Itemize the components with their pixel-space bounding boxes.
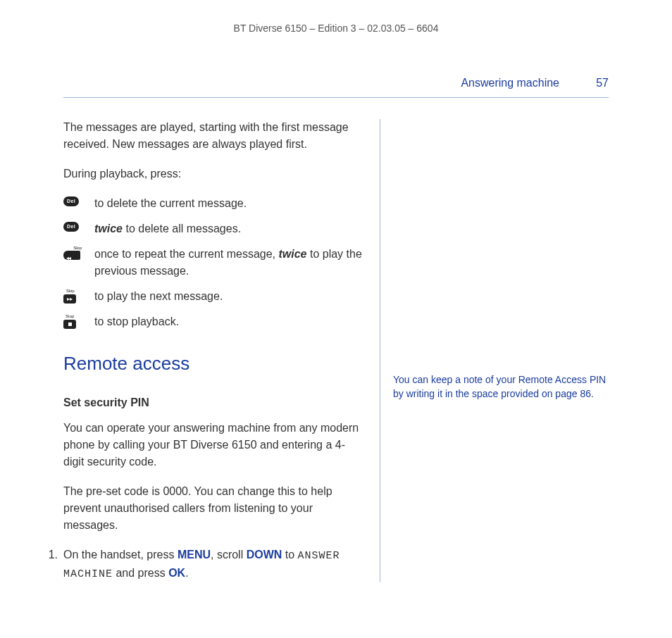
row-delete-current-text: to delete the current message. (94, 195, 366, 212)
row-delete-all: Del twice to delete all messages. (63, 220, 366, 237)
row-delete-all-text: twice to delete all messages. (94, 220, 366, 237)
intro-paragraph-2: During playback, press: (63, 165, 366, 182)
step-number: 1. (42, 546, 63, 582)
document-header: BT Diverse 6150 – Edition 3 – 02.03.05 –… (63, 21, 609, 36)
section-header: Answering machine 57 (63, 75, 609, 98)
step-1: 1. On the handset, press MENU, scroll DO… (42, 546, 366, 582)
content-columns: The messages are played, starting with t… (63, 119, 609, 582)
side-note: You can keep a note of your Remote Acces… (393, 373, 609, 401)
row-delete-current: Del to delete the current message. (63, 195, 366, 212)
stop-icon: Stop (63, 315, 79, 329)
playback-controls-list: Del to delete the current message. Del t… (63, 195, 366, 330)
row-skip-back: Skip ◂◂ once to repeat the current messa… (63, 246, 366, 280)
row-stop: Stop to stop playback. (63, 313, 366, 330)
side-column: You can keep a note of your Remote Acces… (380, 119, 609, 582)
del-button-icon: Del (63, 222, 79, 232)
skip-forward-icon: Skip ▸▸ (63, 289, 79, 304)
step-1-text: On the handset, press MENU, scroll DOWN … (63, 546, 366, 582)
pin-paragraph-1: You can operate your answering machine f… (63, 420, 366, 470)
pin-paragraph-2: The pre-set code is 0000. You can change… (63, 483, 366, 534)
heading-set-pin: Set security PIN (63, 394, 366, 411)
row-skip-forward-text: to play the next message. (94, 288, 366, 305)
del-button-icon: Del (63, 196, 79, 206)
intro-paragraph-1: The messages are played, starting with t… (63, 119, 366, 153)
heading-remote-access: Remote access (63, 350, 366, 377)
row-skip-back-text: once to repeat the current message, twic… (94, 246, 366, 280)
page: BT Diverse 6150 – Edition 3 – 02.03.05 –… (0, 0, 672, 638)
skip-back-icon: Skip ◂◂ (63, 247, 82, 260)
main-column: The messages are played, starting with t… (63, 119, 380, 582)
row-stop-text: to stop playback. (94, 313, 366, 330)
page-number: 57 (587, 75, 609, 92)
section-name: Answering machine (461, 75, 559, 92)
row-skip-forward: Skip ▸▸ to play the next message. (63, 288, 366, 305)
